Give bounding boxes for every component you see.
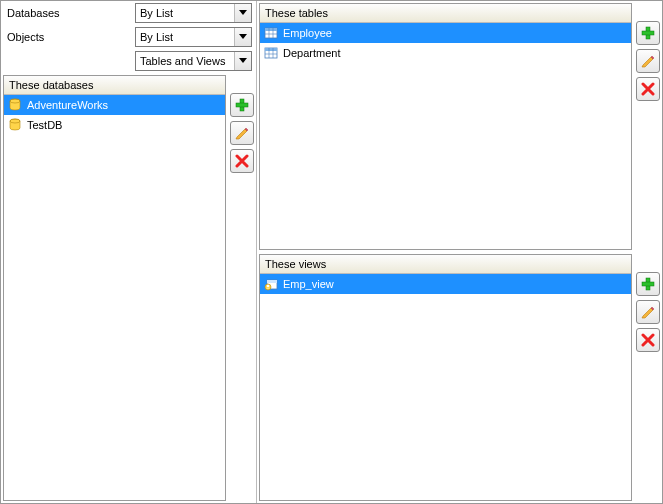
database-item-label: AdventureWorks	[27, 99, 108, 111]
chevron-down-icon	[234, 4, 251, 22]
scope-dropdown-value: Tables and Views	[140, 55, 225, 67]
chevron-down-icon	[234, 52, 251, 70]
svg-rect-7	[265, 28, 277, 31]
table-item[interactable]: Employee	[260, 23, 631, 43]
svg-rect-19	[267, 280, 277, 283]
databases-list[interactable]: AdventureWorksTestDB	[4, 95, 225, 500]
edit-database-button[interactable]	[230, 121, 254, 145]
svg-rect-5	[236, 103, 248, 107]
database-item[interactable]: AdventureWorks	[4, 95, 225, 115]
pencil-icon	[640, 53, 656, 69]
database-item[interactable]: TestDB	[4, 115, 225, 135]
add-table-button[interactable]	[636, 21, 660, 45]
svg-rect-23	[642, 282, 654, 286]
view-item-icon	[263, 276, 279, 292]
databases-filter-row: Databases By List	[1, 1, 256, 25]
databases-dropdown[interactable]: By List	[135, 3, 252, 23]
scope-dropdown[interactable]: Tables and Views	[135, 51, 252, 71]
databases-section: These databases AdventureWorksTestDB	[3, 75, 254, 501]
tables-area: These tables EmployeeDepartment	[257, 1, 662, 252]
plus-icon	[234, 97, 250, 113]
table-item[interactable]: Department	[260, 43, 631, 63]
plus-icon	[640, 276, 656, 292]
databases-header: These databases	[4, 76, 225, 95]
chevron-down-icon	[234, 28, 251, 46]
cross-icon	[640, 332, 656, 348]
cross-icon	[234, 153, 250, 169]
svg-rect-12	[265, 48, 277, 51]
left-panel: Databases By List Objects By List Tables…	[1, 1, 257, 503]
objects-filter-row: Objects By List	[1, 25, 256, 49]
delete-database-button[interactable]	[230, 149, 254, 173]
objects-dropdown-value: By List	[140, 31, 173, 43]
plus-icon	[640, 25, 656, 41]
table-item-icon	[263, 25, 279, 41]
views-header: These views	[260, 255, 631, 274]
table-item-label: Employee	[283, 27, 332, 39]
databases-label: Databases	[5, 7, 135, 19]
add-database-button[interactable]	[230, 93, 254, 117]
table-item-label: Department	[283, 47, 340, 59]
tables-list-box: These tables EmployeeDepartment	[259, 3, 632, 250]
tables-section: These tables EmployeeDepartment	[259, 3, 660, 250]
delete-view-button[interactable]	[636, 328, 660, 352]
add-view-button[interactable]	[636, 272, 660, 296]
scope-filter-row: Tables and Views	[1, 49, 256, 73]
right-panel: These tables EmployeeDepartment	[257, 1, 662, 503]
svg-point-21	[267, 285, 270, 288]
tables-list[interactable]: EmployeeDepartment	[260, 23, 631, 249]
pencil-icon	[640, 304, 656, 320]
views-list-box: These views Emp_view	[259, 254, 632, 501]
databases-buttons	[230, 75, 254, 501]
database-item-icon	[7, 117, 23, 133]
views-list[interactable]: Emp_view	[260, 274, 631, 500]
delete-table-button[interactable]	[636, 77, 660, 101]
views-area: These views Emp_view	[257, 252, 662, 503]
database-item-icon	[7, 97, 23, 113]
main-container: Databases By List Objects By List Tables…	[0, 0, 663, 504]
svg-rect-17	[642, 31, 654, 35]
objects-dropdown[interactable]: By List	[135, 27, 252, 47]
tables-buttons	[636, 3, 660, 250]
views-section: These views Emp_view	[259, 254, 660, 501]
views-buttons	[636, 254, 660, 501]
databases-list-box: These databases AdventureWorksTestDB	[3, 75, 226, 501]
database-item-label: TestDB	[27, 119, 62, 131]
view-item-label: Emp_view	[283, 278, 334, 290]
edit-view-button[interactable]	[636, 300, 660, 324]
table-item-icon	[263, 45, 279, 61]
tables-header: These tables	[260, 4, 631, 23]
view-item[interactable]: Emp_view	[260, 274, 631, 294]
databases-dropdown-value: By List	[140, 7, 173, 19]
pencil-icon	[234, 125, 250, 141]
cross-icon	[640, 81, 656, 97]
edit-table-button[interactable]	[636, 49, 660, 73]
objects-label: Objects	[5, 31, 135, 43]
